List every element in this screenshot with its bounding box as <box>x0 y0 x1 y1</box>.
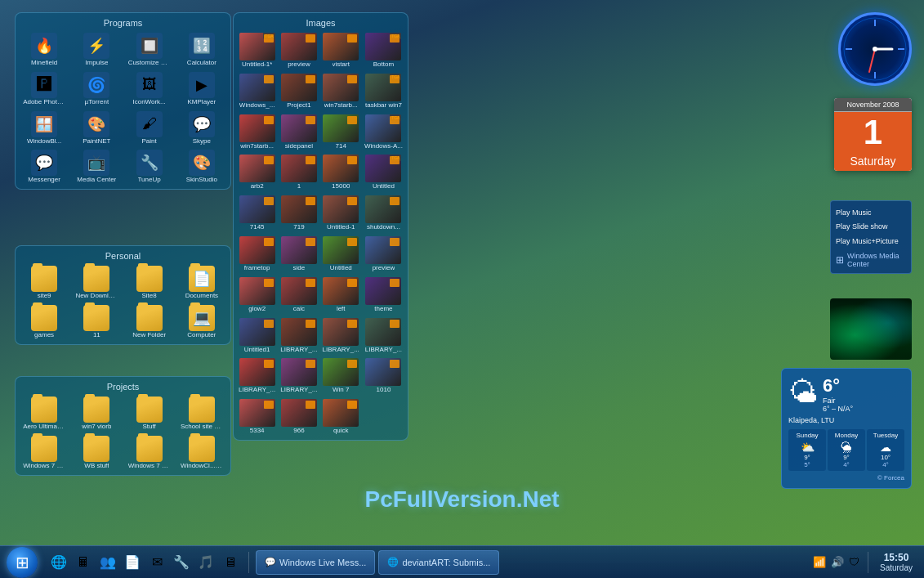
image-item[interactable]: TGA Windows-A... <box>363 113 404 152</box>
project-item[interactable]: Aero Ultimate 7 <box>19 395 69 432</box>
personal-item[interactable]: New Folder <box>124 303 175 341</box>
widget-weather[interactable]: 🌤 6° Fair 6° – N/A° Klaipeda, LTU Sunday… <box>781 368 912 489</box>
security-icon[interactable]: 🛡 <box>847 554 861 570</box>
messenger-taskbar-icon[interactable]: 👥 <box>96 551 119 574</box>
program-icon: 💬 <box>189 111 215 137</box>
image-item[interactable]: LIBRARY_... <box>363 316 404 356</box>
image-item[interactable]: Win 7 <box>321 356 361 396</box>
image-item[interactable]: TGA Untitled-1* <box>237 31 277 70</box>
image-item[interactable]: Project1 <box>279 72 319 111</box>
program-item[interactable]: 🔢 Calculator <box>176 31 227 69</box>
clock-taskbar[interactable]: 15:50 Saturday <box>875 552 917 572</box>
image-item[interactable]: 719 <box>279 194 319 233</box>
image-item[interactable]: TGA Bottom <box>363 31 404 70</box>
personal-item[interactable]: Site8 <box>124 264 175 302</box>
media-play-music[interactable]: Play Music <box>836 206 906 220</box>
program-item[interactable]: 🎨 SkinStudio <box>176 148 227 186</box>
weather-temp: 6° <box>823 375 904 397</box>
personal-item[interactable]: 💻 Computer <box>176 303 227 341</box>
image-item[interactable]: 1010 <box>363 356 404 396</box>
image-item[interactable]: 5334 <box>237 397 277 437</box>
image-item[interactable]: theme <box>363 276 404 315</box>
image-item[interactable]: shutdown... <box>363 194 404 233</box>
image-item[interactable]: Untitled1 <box>237 316 277 356</box>
image-item[interactable]: arb2 <box>237 153 277 192</box>
program-item[interactable]: 🔲 Customize Fences <box>124 31 175 69</box>
image-item[interactable]: left <box>321 276 361 315</box>
image-label: preview <box>288 61 310 69</box>
widget-calendar[interactable]: November 2008 1 Saturday <box>834 98 912 171</box>
image-item[interactable]: vistart <box>321 31 361 70</box>
program-icon: 💬 <box>31 150 57 176</box>
project-item[interactable]: School site project <box>176 395 227 432</box>
image-item[interactable]: LIBRARY_... <box>237 356 277 396</box>
taskbar-task-deviantart[interactable]: 🌐 deviantART: Submis... <box>378 550 499 575</box>
image-item[interactable]: 714 <box>321 113 361 152</box>
image-item[interactable]: frametop <box>237 235 277 274</box>
project-item[interactable]: Windows 7 Vistart <box>19 434 69 472</box>
program-item[interactable]: 🌀 µTorrent <box>71 70 122 108</box>
program-item[interactable]: 💬 Messenger <box>19 148 69 186</box>
calculator-taskbar-icon[interactable]: 🖩 <box>72 551 95 574</box>
program-item[interactable]: 💬 Skype <box>176 110 227 147</box>
image-item[interactable]: TGA taskbar win7 <box>363 72 404 111</box>
image-item[interactable]: Untitled <box>321 235 361 274</box>
media-music-picture[interactable]: Play Music+Picture <box>836 235 906 249</box>
personal-item[interactable]: New Downloads <box>71 264 122 302</box>
image-item[interactable]: sidepanel <box>279 113 319 152</box>
start-button[interactable]: ⊞ <box>0 546 44 579</box>
program-item[interactable]: 🅿 Adobe Photoshop <box>19 70 69 108</box>
word-taskbar-icon[interactable]: 📄 <box>121 551 144 574</box>
image-item[interactable]: calc <box>279 276 319 315</box>
image-item[interactable]: 7145 <box>237 194 277 233</box>
image-item[interactable]: win7starb... <box>237 113 277 152</box>
program-item[interactable]: 🪟 WindowBl... <box>19 110 69 147</box>
personal-item[interactable]: site9 <box>19 264 69 302</box>
image-item[interactable]: TGA Untitled <box>363 153 404 192</box>
widget-clock[interactable] <box>838 12 912 86</box>
image-item[interactable]: LIBRARY_... <box>279 356 319 396</box>
program-item[interactable]: 🔥 Minefield <box>19 31 69 69</box>
image-item[interactable]: 1 <box>279 153 319 192</box>
image-item[interactable]: side <box>279 235 319 274</box>
program-item[interactable]: 🔧 TuneUp <box>124 148 175 186</box>
media-taskbar-icon[interactable]: 🎵 <box>194 551 217 574</box>
mail-taskbar-icon[interactable]: ✉ <box>145 551 168 574</box>
widget-media[interactable]: Play Music Play Slide show Play Music+Pi… <box>830 200 912 274</box>
project-item[interactable]: WindowCl... image <box>176 434 227 472</box>
project-label: WB stuff <box>84 463 109 470</box>
program-item[interactable]: ▶ KMPlayer <box>176 70 227 108</box>
widget-photo[interactable] <box>830 298 912 360</box>
program-icon: 🌀 <box>83 72 109 98</box>
program-item[interactable]: 🖼 IconWork... <box>124 70 175 108</box>
personal-item[interactable]: 📄 Documents <box>176 264 227 302</box>
network-icon[interactable]: 📶 <box>811 554 828 570</box>
image-item[interactable]: Untitled-1 <box>321 194 361 233</box>
image-item[interactable]: preview <box>279 31 319 70</box>
media-slideshow[interactable]: Play Slide show <box>836 220 906 234</box>
screen-taskbar-icon[interactable]: 🖥 <box>219 551 242 574</box>
ie-icon[interactable]: 🌐 <box>47 551 70 574</box>
image-item[interactable]: LIBRARY_... <box>321 316 361 356</box>
image-item[interactable]: win7starb... <box>321 72 361 111</box>
image-item[interactable]: 966 <box>279 397 319 437</box>
personal-item[interactable]: games <box>19 303 69 341</box>
image-item[interactable]: LIBRARY_... <box>279 316 319 356</box>
personal-item[interactable]: 11 <box>71 303 122 341</box>
project-item[interactable]: Stuff <box>124 395 175 432</box>
program-item[interactable]: 🖌 Paint <box>124 110 175 147</box>
image-item[interactable]: quick <box>321 397 361 437</box>
project-item[interactable]: WB stuff <box>71 434 122 472</box>
program-item[interactable]: 📺 Media Center <box>71 148 122 186</box>
tools-taskbar-icon[interactable]: 🔧 <box>170 551 193 574</box>
taskbar-task-messenger[interactable]: 💬 Windows Live Mess... <box>256 550 375 575</box>
image-item[interactable]: 15000 <box>321 153 361 192</box>
image-item[interactable]: Windows_... <box>237 72 277 111</box>
project-item[interactable]: Windows 7 system files <box>124 434 175 472</box>
project-item[interactable]: win7 viorb <box>71 395 122 432</box>
program-item[interactable]: ⚡ Impulse <box>71 31 122 69</box>
image-item[interactable]: glow2 <box>237 276 277 315</box>
volume-icon[interactable]: 🔊 <box>829 554 846 570</box>
image-item[interactable]: preview <box>363 235 404 274</box>
program-item[interactable]: 🎨 PaintNET <box>71 110 122 147</box>
